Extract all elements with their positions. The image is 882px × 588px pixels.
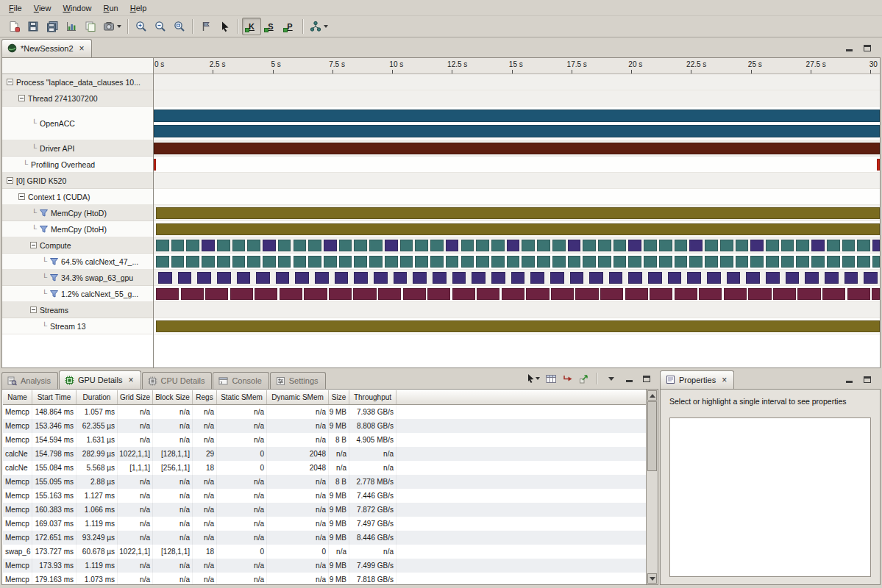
timeline-interval[interactable]: [294, 240, 307, 251]
timeline-interval[interactable]: [452, 272, 466, 284]
timeline-interval[interactable]: [614, 240, 627, 251]
timeline-interval[interactable]: [415, 240, 428, 251]
timeline-maximize-button[interactable]: [861, 43, 873, 53]
new-session-button[interactable]: [4, 18, 24, 35]
table-row[interactable]: Memcp154.594 ms1.631 µsn/an/an/an/an/a8 …: [3, 433, 646, 447]
timeline-interval[interactable]: [255, 288, 277, 300]
timeline-interval[interactable]: [644, 256, 657, 268]
select-tool-button[interactable]: [216, 18, 235, 35]
details-minimize-button[interactable]: [623, 373, 635, 384]
tab-session[interactable]: *NewSession2 ×: [1, 39, 92, 57]
timeline-interval[interactable]: [575, 288, 598, 300]
timeline-interval[interactable]: [197, 272, 211, 284]
tab-analysis[interactable]: Analysis: [1, 372, 58, 389]
timeline-interval[interactable]: [178, 272, 192, 284]
timeline-interval[interactable]: [707, 272, 721, 284]
timeline-interval[interactable]: [154, 110, 880, 122]
timeline-interval[interactable]: [400, 256, 413, 268]
close-icon[interactable]: ×: [129, 376, 134, 384]
timeline-interval[interactable]: [385, 240, 398, 251]
timeline-interval[interactable]: [659, 256, 672, 268]
tab-cpu-details[interactable]: CPU Details: [142, 372, 213, 389]
table-row[interactable]: Memcp155.095 ms2.88 µsn/an/an/an/an/a8 B…: [3, 475, 646, 489]
timeline-tree-compute[interactable]: Compute: [2, 237, 153, 254]
timeline-minimize-button[interactable]: [843, 43, 855, 53]
timeline-interval[interactable]: [550, 272, 564, 284]
timeline-interval[interactable]: [827, 240, 840, 251]
timeline-interval[interactable]: [750, 240, 764, 251]
timeline-interval[interactable]: [537, 240, 550, 251]
kernel-view-toggle[interactable]: K: [242, 18, 261, 35]
timeline-interval[interactable]: [507, 256, 520, 268]
timeline-interval[interactable]: [491, 256, 505, 268]
timeline-track-memcpy-htod[interactable]: [154, 205, 880, 221]
timeline-interval[interactable]: [403, 288, 426, 300]
timeline-track-stream-13[interactable]: [154, 318, 880, 334]
table-row[interactable]: Memcp153.346 ms62.355 µsn/an/an/an/an/a9…: [3, 419, 646, 433]
timeline-track-driver-api[interactable]: [154, 140, 880, 157]
timeline-interval[interactable]: [650, 288, 672, 300]
timeline-interval[interactable]: [736, 240, 749, 251]
timeline-tree-profiling-overhead[interactable]: └Profiling Overhead: [2, 157, 153, 173]
timeline-interval[interactable]: [857, 240, 870, 251]
timeline-interval[interactable]: [433, 272, 447, 284]
timeline-interval[interactable]: [156, 207, 880, 219]
tab-settings[interactable]: Settings: [270, 372, 326, 389]
timeline-tree-process-laplace-data-clauses-10[interactable]: Process "laplace_data_clauses 10...: [2, 74, 153, 90]
timeline-interval[interactable]: [811, 256, 825, 268]
timeline-interval[interactable]: [552, 240, 566, 251]
timeline-interval[interactable]: [872, 288, 880, 300]
timeline-interval[interactable]: [675, 288, 697, 300]
timeline-interval[interactable]: [727, 272, 741, 284]
timeline-interval[interactable]: [551, 288, 574, 300]
timeline-interval[interactable]: [369, 256, 383, 268]
timeline-interval[interactable]: [507, 240, 520, 251]
timeline-track-0-grid-k520[interactable]: [154, 173, 880, 189]
timeline-interval[interactable]: [446, 256, 459, 268]
collapse-toggle-icon[interactable]: [7, 79, 13, 85]
table-row[interactable]: Memcp155.163 ms1.127 msn/an/an/an/an/a9 …: [3, 489, 646, 503]
timeline-interval[interactable]: [598, 256, 611, 268]
save-all-button[interactable]: [43, 18, 62, 35]
timeline-track-profiling-overhead[interactable]: [154, 157, 880, 173]
timeline-interval[interactable]: [766, 272, 780, 284]
timeline-interval[interactable]: [154, 125, 880, 137]
timeline-track-compute[interactable]: [154, 237, 880, 254]
timeline-interval[interactable]: [156, 223, 880, 235]
timeline-interval[interactable]: [280, 288, 302, 300]
timeline-interval[interactable]: [202, 240, 215, 251]
timeline-interval[interactable]: [844, 272, 858, 284]
timeline-interval[interactable]: [825, 272, 839, 284]
timeline-interval[interactable]: [202, 256, 215, 268]
timeline-interval[interactable]: [329, 288, 352, 300]
timeline-interval[interactable]: [374, 272, 388, 284]
timeline-interval[interactable]: [748, 288, 771, 300]
timeline-interval[interactable]: [430, 256, 444, 268]
timeline-interval[interactable]: [689, 240, 703, 251]
timeline-interval[interactable]: [720, 256, 733, 268]
timeline-interval[interactable]: [724, 288, 747, 300]
tab-console[interactable]: Console: [213, 372, 268, 389]
column-header-size[interactable]: Size: [329, 390, 349, 404]
timeline-interval[interactable]: [644, 240, 657, 251]
zoom-fit-button[interactable]: [170, 18, 189, 35]
timeline-interval[interactable]: [705, 256, 718, 268]
column-header-duration[interactable]: Duration: [77, 390, 118, 404]
timeline-interval[interactable]: [385, 256, 398, 268]
timeline-interval[interactable]: [614, 256, 627, 268]
column-header-block-size[interactable]: Block Size: [153, 390, 193, 404]
timeline-interval[interactable]: [308, 256, 321, 268]
timeline-interval[interactable]: [156, 288, 179, 300]
timeline-interval[interactable]: [583, 256, 596, 268]
collapse-toggle-icon[interactable]: [18, 95, 25, 101]
timeline-interval[interactable]: [232, 256, 246, 268]
timeline-interval[interactable]: [158, 272, 172, 284]
timeline-track-34-3-swap-63-gpu[interactable]: [154, 270, 880, 286]
table-row[interactable]: Memcp173.93 ms1.119 msn/an/an/an/an/a9 M…: [3, 559, 646, 573]
timeline-interval[interactable]: [857, 256, 870, 268]
timeline-interval[interactable]: [324, 240, 337, 251]
process-view-toggle[interactable]: P: [280, 18, 299, 35]
column-header-grid-size[interactable]: Grid Size: [118, 390, 153, 404]
menu-window[interactable]: Window: [57, 1, 97, 15]
timeline-interval[interactable]: [842, 240, 856, 251]
